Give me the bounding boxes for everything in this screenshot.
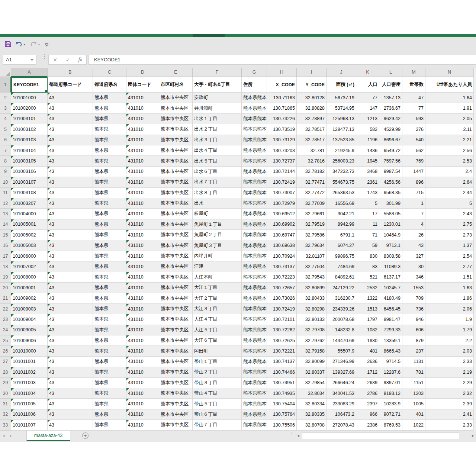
cell-I3[interactable]: 32.80828 <box>297 103 327 113</box>
cell-J26[interactable]: 55507.9 <box>327 346 356 356</box>
cell-E8[interactable]: 熊本市中央区 <box>159 156 193 166</box>
cell-B20[interactable]: 43 <box>48 283 93 293</box>
cell-F23[interactable]: 大江４丁目 <box>193 314 242 325</box>
cell-G20[interactable]: 熊本県熊本市中央区 <box>242 283 267 293</box>
cell-D23[interactable]: 431010 <box>126 314 159 325</box>
cell-J32[interactable]: 106473.2 <box>327 409 356 420</box>
cell-H24[interactable]: 130.72262 <box>267 325 297 335</box>
cell-E1[interactable]: 市区町村名 <box>159 77 193 93</box>
cell-L12[interactable]: 301.99 <box>379 198 402 209</box>
cell-F6[interactable]: 出水３丁目 <box>193 135 242 145</box>
cell-I11[interactable]: 32.77472 <box>297 188 327 198</box>
cell-I12[interactable]: 32.77009 <box>297 198 327 209</box>
row-header-7[interactable]: 7 <box>0 145 11 156</box>
cell-D8[interactable]: 431010 <box>126 156 159 166</box>
cell-D15[interactable]: 431010 <box>126 230 159 240</box>
cell-A18[interactable]: 101007002 <box>11 261 48 272</box>
cell-D22[interactable]: 431010 <box>126 304 159 314</box>
cell-B10[interactable]: 43 <box>48 177 93 187</box>
cell-I13[interactable]: 32.79661 <box>297 209 327 219</box>
row-header-28[interactable]: 28 <box>0 367 11 377</box>
cell-E3[interactable]: 熊本市中央区 <box>159 103 193 113</box>
cell-H14[interactable]: 130.69902 <box>267 219 297 230</box>
column-header-I[interactable]: I <box>297 68 327 77</box>
cell-J18[interactable]: 7484.69 <box>327 261 356 272</box>
cell-E10[interactable]: 熊本市中央区 <box>159 177 193 187</box>
cell-G29[interactable]: 熊本県熊本市中央区 <box>242 378 267 388</box>
cell-J15[interactable]: 6791.1 <box>327 230 356 240</box>
cell-L4[interactable]: 9629.42 <box>379 114 402 124</box>
cell-M15[interactable]: 26 <box>402 230 425 240</box>
cell-D21[interactable]: 431010 <box>126 293 159 303</box>
cell-A20[interactable]: 101009001 <box>11 283 48 293</box>
cell-G33[interactable]: 熊本県熊本市中央区 <box>242 420 267 430</box>
cell-N4[interactable]: 2.05 <box>425 114 474 124</box>
cell-D18[interactable]: 431010 <box>126 261 159 272</box>
cell-C23[interactable]: 熊本県 <box>93 314 126 325</box>
cell-H28[interactable]: 130.74466 <box>267 367 297 377</box>
cell-C8[interactable]: 熊本県 <box>93 156 126 166</box>
cell-B27[interactable]: 43 <box>48 357 93 367</box>
cell-K33[interactable]: 2386 <box>356 420 379 430</box>
cell-N20[interactable]: 1.63 <box>425 283 474 293</box>
cell-H3[interactable]: 130.71865 <box>267 103 297 113</box>
row-header-4[interactable]: 4 <box>0 114 11 124</box>
cell-M23[interactable]: 946 <box>402 314 425 325</box>
cell-F11[interactable]: 出水８丁目 <box>193 188 242 198</box>
cell-N22[interactable]: 2.06 <box>425 304 474 314</box>
cell-A26[interactable]: 101010000 <box>11 346 48 356</box>
cell-H20[interactable]: 130.72657 <box>267 283 297 293</box>
cell-L22[interactable]: 6456.45 <box>379 304 402 314</box>
cell-H1[interactable]: X_CODE <box>267 77 297 93</box>
cell-H11[interactable]: 130.73007 <box>267 188 297 198</box>
cell-K22[interactable]: 1513 <box>356 304 379 314</box>
cell-I21[interactable]: 32.80433 <box>297 293 327 303</box>
cell-M6[interactable]: 540 <box>402 135 425 145</box>
cell-D6[interactable]: 431010 <box>126 135 159 145</box>
cell-C28[interactable]: 熊本県 <box>93 367 126 377</box>
cell-D4[interactable]: 431010 <box>126 114 159 124</box>
cell-L2[interactable]: 1357.13 <box>379 93 402 103</box>
cell-K14[interactable]: 11 <box>356 219 379 230</box>
cell-F8[interactable]: 出水５丁目 <box>193 156 242 166</box>
cell-K18[interactable]: 83 <box>356 261 379 272</box>
cell-A24[interactable]: 101009005 <box>11 325 48 335</box>
cell-B9[interactable]: 43 <box>48 167 93 177</box>
cell-J16[interactable]: 6074.27 <box>327 240 356 251</box>
name-box-caret-icon[interactable] <box>30 59 33 61</box>
cell-A15[interactable]: 101005002 <box>11 230 48 240</box>
cell-N10[interactable]: 2.64 <box>425 177 474 187</box>
cell-H25[interactable]: 130.72625 <box>267 335 297 346</box>
cell-K28[interactable]: 1712 <box>356 367 379 377</box>
cell-I28[interactable]: 32.80337 <box>297 367 327 377</box>
cell-F14[interactable]: 魚屋町１丁目 <box>193 219 242 230</box>
cell-I33[interactable]: 32.80708 <box>297 420 327 430</box>
cell-H6[interactable]: 130.73129 <box>267 135 297 145</box>
row-header-5[interactable]: 5 <box>0 124 11 135</box>
cell-A32[interactable]: 101011006 <box>11 409 48 420</box>
cell-E31[interactable]: 熊本市中央区 <box>159 399 193 409</box>
cell-K27[interactable]: 2636 <box>356 357 379 367</box>
cell-L30[interactable]: 8193.12 <box>379 388 402 399</box>
cell-J3[interactable]: 53714.95 <box>327 103 356 113</box>
cell-G27[interactable]: 熊本県熊本市中央区 <box>242 357 267 367</box>
cell-M18[interactable]: 30 <box>402 261 425 272</box>
cell-L15[interactable]: 10454.9 <box>379 230 402 240</box>
cell-K3[interactable]: 147 <box>356 103 379 113</box>
cell-I15[interactable]: 32.79586 <box>297 230 327 240</box>
cell-M22[interactable]: 736 <box>402 304 425 314</box>
cell-A3[interactable]: 101002000 <box>11 103 48 113</box>
cell-A8[interactable]: 101003105 <box>11 156 48 166</box>
cell-K19[interactable]: 521 <box>356 272 379 283</box>
cell-F19[interactable]: 大江本町 <box>193 272 242 283</box>
cell-N32[interactable]: 2.41 <box>425 409 474 420</box>
cell-M21[interactable]: 709 <box>402 293 425 303</box>
cell-M25[interactable]: 879 <box>402 335 425 346</box>
column-header-A[interactable]: A <box>11 68 48 77</box>
row-header-24[interactable]: 24 <box>0 325 11 335</box>
cell-F24[interactable]: 大江５丁目 <box>193 325 242 335</box>
cell-G16[interactable]: 熊本県熊本市中央区 <box>242 240 267 251</box>
cell-B1[interactable]: 都道府県コード <box>48 77 93 93</box>
cell-D5[interactable]: 431010 <box>126 124 159 135</box>
cell-K20[interactable]: 2532 <box>356 283 379 293</box>
